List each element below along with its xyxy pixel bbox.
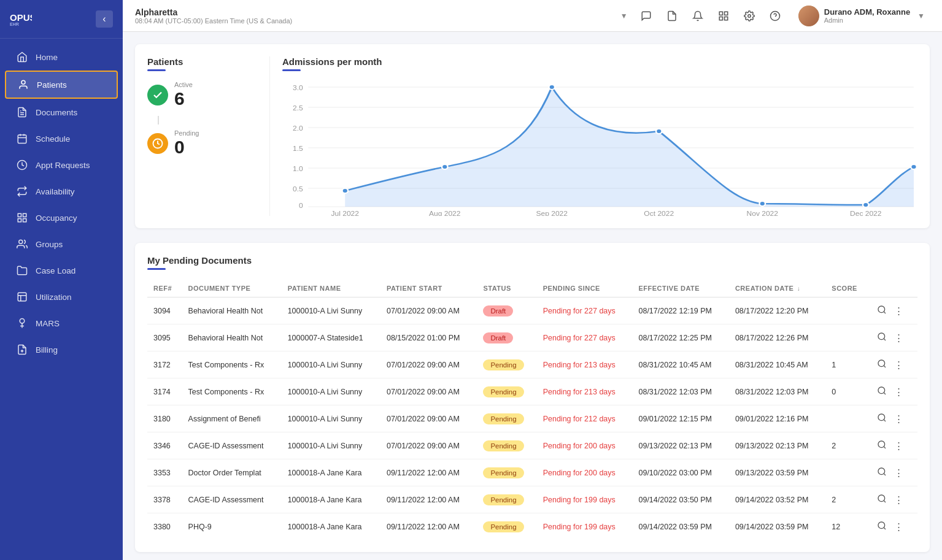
search-action-button[interactable] bbox=[874, 412, 889, 426]
more-actions-button[interactable]: ⋮ bbox=[892, 385, 906, 399]
svg-text:OPUS: OPUS bbox=[10, 12, 32, 23]
search-action-button[interactable] bbox=[874, 493, 889, 507]
more-actions-button[interactable]: ⋮ bbox=[892, 520, 906, 534]
mars-icon bbox=[16, 317, 28, 329]
sidebar-item-appt-requests[interactable]: Appt Requests bbox=[5, 152, 118, 178]
cell-score bbox=[825, 324, 868, 351]
cell-score bbox=[825, 459, 868, 486]
patients-widget-underline bbox=[147, 69, 166, 71]
sidebar-item-documents[interactable]: Documents bbox=[5, 99, 118, 125]
cell-creation-date: 08/17/2022 12:26 PM bbox=[729, 324, 825, 351]
user-menu[interactable]: Durano ADM, Roxanne Admin ▼ bbox=[793, 3, 930, 29]
cell-doc-type: PHQ-9 bbox=[182, 513, 282, 540]
search-action-button[interactable] bbox=[874, 358, 889, 372]
col-score: SCORE bbox=[825, 280, 868, 297]
avatar bbox=[798, 6, 819, 26]
svg-text:Nov 2022: Nov 2022 bbox=[747, 210, 778, 216]
billing-icon bbox=[16, 343, 28, 356]
cell-ref: 3378 bbox=[147, 486, 182, 513]
sidebar-item-schedule[interactable]: Schedule bbox=[5, 126, 118, 152]
svg-text:1.5: 1.5 bbox=[293, 145, 303, 152]
sidebar-item-billing-label: Billing bbox=[36, 345, 58, 355]
patients-icon bbox=[17, 79, 29, 91]
location-info: Alpharetta 08:04 AM (UTC-05:00) Eastern … bbox=[135, 7, 613, 25]
sidebar-item-mars[interactable]: MARS bbox=[5, 310, 118, 336]
active-info: Active 6 bbox=[174, 81, 193, 109]
cell-doc-type: CAGE-ID Assessment bbox=[182, 432, 282, 459]
sidebar-item-availability[interactable]: Availability bbox=[5, 178, 118, 204]
pending-docs-underline bbox=[147, 268, 166, 270]
more-actions-button[interactable]: ⋮ bbox=[892, 439, 906, 453]
search-action-button[interactable] bbox=[874, 520, 889, 534]
pending-docs-title: My Pending Documents bbox=[147, 255, 917, 266]
svg-text:EHR: EHR bbox=[10, 22, 19, 26]
settings-button[interactable] bbox=[738, 5, 760, 27]
sidebar-item-home[interactable]: Home bbox=[5, 44, 118, 70]
search-action-button[interactable] bbox=[874, 439, 889, 453]
cell-creation-date: 08/31/2022 10:45 AM bbox=[729, 351, 825, 378]
documents-button[interactable] bbox=[661, 5, 683, 27]
table-row: 3172 Test Components - Rx 1000010-A Livi… bbox=[147, 351, 917, 378]
notifications-button[interactable] bbox=[687, 5, 709, 27]
sidebar-item-groups[interactable]: Groups bbox=[5, 231, 118, 257]
more-actions-button[interactable]: ⋮ bbox=[892, 412, 906, 426]
cell-start: 07/01/2022 09:00 AM bbox=[380, 405, 477, 432]
sidebar-item-utilization[interactable]: Utilization bbox=[5, 284, 118, 310]
grid-button[interactable] bbox=[712, 5, 735, 27]
case-load-icon bbox=[16, 264, 28, 277]
back-button[interactable]: ‹ bbox=[96, 10, 113, 28]
cell-actions: ⋮ bbox=[868, 513, 917, 540]
pending-since-text: Pending for 213 days bbox=[543, 388, 616, 396]
svg-line-55 bbox=[884, 312, 886, 313]
pending-docs-table: REF# DOCUMENT TYPE PATIENT NAME PATIENT … bbox=[147, 280, 917, 540]
pending-since-text: Pending for 200 days bbox=[543, 442, 616, 450]
sidebar-item-billing[interactable]: Billing bbox=[5, 337, 118, 362]
pending-stat: Pending 0 bbox=[147, 129, 257, 157]
search-action-button[interactable] bbox=[874, 385, 889, 399]
more-actions-button[interactable]: ⋮ bbox=[892, 331, 906, 345]
svg-rect-19 bbox=[719, 12, 722, 15]
cell-creation-date: 08/17/2022 12:20 PM bbox=[729, 297, 825, 324]
status-badge: Pending bbox=[483, 467, 523, 478]
cell-creation-date: 09/14/2022 03:52 PM bbox=[729, 486, 825, 513]
table-row: 3180 Assignment of Benefi 1000010-A Livi… bbox=[147, 405, 917, 432]
more-actions-button[interactable]: ⋮ bbox=[892, 493, 906, 507]
svg-line-57 bbox=[884, 339, 886, 340]
active-icon bbox=[147, 85, 168, 105]
help-button[interactable] bbox=[764, 5, 786, 27]
search-action-button[interactable] bbox=[874, 466, 889, 480]
row-actions: ⋮ bbox=[874, 466, 911, 480]
chat-button[interactable] bbox=[635, 5, 657, 27]
pending-since-text: Pending for 212 days bbox=[543, 415, 616, 423]
user-info: Durano ADM, Roxanne Admin bbox=[824, 7, 910, 24]
cell-ref: 3346 bbox=[147, 432, 182, 459]
nav-menu: Home Patients Documents Schedule bbox=[0, 39, 123, 560]
svg-rect-6 bbox=[18, 135, 26, 144]
avatar-image bbox=[798, 6, 819, 26]
cell-patient: 1000010-A Livi Sunny bbox=[282, 432, 380, 459]
cell-effective-date: 09/10/2022 03:00 PM bbox=[632, 459, 728, 486]
location-dropdown-icon[interactable]: ▼ bbox=[620, 12, 628, 20]
svg-point-62 bbox=[878, 414, 885, 421]
sidebar-item-patients[interactable]: Patients bbox=[5, 71, 118, 99]
cell-effective-date: 09/01/2022 12:15 PM bbox=[632, 405, 728, 432]
cell-effective-date: 09/14/2022 03:50 PM bbox=[632, 486, 728, 513]
cell-status: Draft bbox=[477, 297, 536, 324]
search-action-button[interactable] bbox=[874, 331, 889, 345]
status-badge: Draft bbox=[483, 305, 513, 316]
more-actions-button[interactable]: ⋮ bbox=[892, 466, 906, 480]
more-actions-button[interactable]: ⋮ bbox=[892, 304, 906, 318]
cell-doc-type: Assignment of Benefi bbox=[182, 405, 282, 432]
search-action-button[interactable] bbox=[874, 304, 889, 318]
cell-actions: ⋮ bbox=[868, 459, 917, 486]
sidebar-item-case-load[interactable]: Case Load bbox=[5, 258, 118, 283]
status-badge: Pending bbox=[483, 413, 523, 424]
cell-effective-date: 09/14/2022 03:59 PM bbox=[632, 513, 728, 540]
sidebar-item-schedule-label: Schedule bbox=[36, 134, 70, 144]
chart-area: 3.0 2.5 2.0 1.5 1.0 0.5 0 bbox=[282, 81, 917, 216]
patients-widget: Patients Active 6 bbox=[147, 56, 270, 216]
chart-svg: 3.0 2.5 2.0 1.5 1.0 0.5 0 bbox=[282, 81, 917, 216]
more-actions-button[interactable]: ⋮ bbox=[892, 358, 906, 372]
user-name: Durano ADM, Roxanne bbox=[824, 7, 910, 17]
sidebar-item-occupancy[interactable]: Occupancy bbox=[5, 205, 118, 231]
